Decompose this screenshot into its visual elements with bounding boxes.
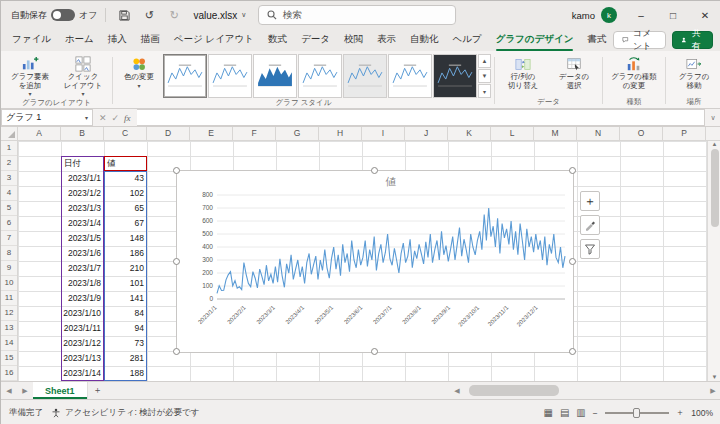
chart-resize-handle[interactable] <box>569 167 576 174</box>
avatar[interactable]: k <box>601 7 617 23</box>
column-header-P[interactable]: P <box>663 127 706 140</box>
row-header-1[interactable]: 1 <box>1 141 17 156</box>
move-chart-button[interactable]: グラフの 移動 <box>669 53 719 90</box>
cell-C11[interactable]: 141 <box>104 291 147 306</box>
chart-style-2[interactable] <box>208 54 252 98</box>
cell-C7[interactable]: 148 <box>104 231 147 246</box>
document-title[interactable]: value.xlsx ∨ <box>189 10 250 21</box>
chart-resize-handle[interactable] <box>173 348 180 355</box>
cell-B2[interactable]: 日付 <box>61 156 104 171</box>
accessibility-status[interactable]: アクセシビリティ: 検討が必要です <box>51 407 199 419</box>
tab-表示[interactable]: 表示 <box>370 29 403 51</box>
cell-C15[interactable]: 281 <box>104 351 147 366</box>
name-box[interactable]: グラフ 1 ▾ <box>1 109 93 126</box>
chart-style-1[interactable] <box>163 54 207 98</box>
gallery-down-button[interactable]: ▼ <box>478 69 491 83</box>
scroll-down-icon[interactable]: ▼ <box>712 374 718 380</box>
close-button[interactable]: ✕ <box>689 1 720 29</box>
cell-B15[interactable]: 2023/1/13 <box>61 351 104 366</box>
row-header-6[interactable]: 6 <box>1 216 17 231</box>
normal-view-button[interactable]: ▦ <box>543 407 552 418</box>
row-header-7[interactable]: 7 <box>1 231 17 246</box>
chart-filters-button[interactable] <box>580 239 600 259</box>
cell-B12[interactable]: 2023/1/10 <box>61 306 104 321</box>
quick-layout-button[interactable]: クイック レイアウト ▾ <box>57 53 109 97</box>
row-header-11[interactable]: 11 <box>1 291 17 306</box>
select-data-button[interactable]: データの 選択 <box>549 53 599 90</box>
cell-C4[interactable]: 102 <box>104 186 147 201</box>
chart-style-7[interactable] <box>433 54 477 98</box>
add-chart-element-button[interactable]: グラフ要素 を追加 ▾ <box>4 53 56 97</box>
prev-sheet-button[interactable]: ◀ <box>1 382 17 399</box>
tab-数式[interactable]: 数式 <box>261 29 294 51</box>
scroll-right-button[interactable]: ▶ <box>705 387 720 395</box>
horizontal-scroll-thumb[interactable] <box>469 385 559 396</box>
row-header-3[interactable]: 3 <box>1 171 17 186</box>
line-chart[interactable]: 値01002003004005006007008002023/1/12023/2… <box>177 171 573 356</box>
user-name[interactable]: kamo <box>572 10 595 21</box>
vertical-scrollbar[interactable]: ▲ ▼ <box>707 141 720 381</box>
chart-resize-handle[interactable] <box>569 258 576 265</box>
cell-B4[interactable]: 2023/1/2 <box>61 186 104 201</box>
tab-自動化[interactable]: 自動化 <box>403 29 446 51</box>
tab-グラフのデザイン[interactable]: グラフのデザイン <box>489 29 581 51</box>
redo-button[interactable]: ↻ <box>164 4 184 26</box>
chart-resize-handle[interactable] <box>173 258 180 265</box>
zoom-slider-thumb[interactable] <box>633 408 640 418</box>
chart-style-4[interactable] <box>298 54 342 98</box>
enter-icon[interactable]: ✓ <box>112 113 120 123</box>
tab-書式[interactable]: 書式 <box>580 29 613 51</box>
cell-C16[interactable]: 188 <box>104 366 147 381</box>
column-header-J[interactable]: J <box>405 127 448 140</box>
column-header-A[interactable]: A <box>18 127 61 140</box>
zoom-level[interactable]: 100% <box>691 408 713 418</box>
cell-B13[interactable]: 2023/1/11 <box>61 321 104 336</box>
column-header-O[interactable]: O <box>620 127 663 140</box>
row-header-14[interactable]: 14 <box>1 336 17 351</box>
cell-C14[interactable]: 73 <box>104 336 147 351</box>
chart-resize-handle[interactable] <box>371 348 378 355</box>
tab-挿入[interactable]: 挿入 <box>101 29 134 51</box>
cell-B16[interactable]: 2023/1/14 <box>61 366 104 381</box>
gallery-more-button[interactable]: ▾ <box>478 84 491 98</box>
column-header-K[interactable]: K <box>448 127 491 140</box>
chart-style-3[interactable] <box>253 54 297 98</box>
tab-データ[interactable]: データ <box>294 29 337 51</box>
column-header-I[interactable]: I <box>362 127 405 140</box>
cell-B8[interactable]: 2023/1/6 <box>61 246 104 261</box>
column-header-H[interactable]: H <box>319 127 362 140</box>
cell-C8[interactable]: 186 <box>104 246 147 261</box>
page-break-view-button[interactable]: ▥ <box>576 407 585 418</box>
cell-B3[interactable]: 2023/1/1 <box>61 171 104 186</box>
cell-C3[interactable]: 43 <box>104 171 147 186</box>
row-header-9[interactable]: 9 <box>1 261 17 276</box>
chart-resize-handle[interactable] <box>371 167 378 174</box>
column-header-E[interactable]: E <box>190 127 233 140</box>
tab-校閲[interactable]: 校閲 <box>337 29 370 51</box>
comments-button[interactable]: コメント <box>613 31 666 49</box>
cell-C10[interactable]: 101 <box>104 276 147 291</box>
cell-C9[interactable]: 210 <box>104 261 147 276</box>
cell-B11[interactable]: 2023/1/9 <box>61 291 104 306</box>
page-layout-view-button[interactable]: ▤ <box>560 407 569 418</box>
cell-C13[interactable]: 94 <box>104 321 147 336</box>
column-header-C[interactable]: C <box>104 127 147 140</box>
tab-描画[interactable]: 描画 <box>134 29 167 51</box>
zoom-out-button[interactable]: − <box>593 408 598 418</box>
column-header-N[interactable]: N <box>577 127 620 140</box>
cell-B5[interactable]: 2023/1/3 <box>61 201 104 216</box>
spreadsheet-grid[interactable]: 日付値2023/1/1432023/1/21022023/1/3652023/1… <box>18 141 707 381</box>
chart-styles-button[interactable] <box>580 215 600 235</box>
tab-ホーム[interactable]: ホーム <box>58 29 101 51</box>
row-header-13[interactable]: 13 <box>1 321 17 336</box>
horizontal-scrollbar[interactable]: ◀ ▶ <box>449 382 720 399</box>
row-header-4[interactable]: 4 <box>1 186 17 201</box>
tab-ファイル[interactable]: ファイル <box>5 29 58 51</box>
zoom-in-button[interactable]: ＋ <box>676 407 685 419</box>
cell-C5[interactable]: 65 <box>104 201 147 216</box>
select-all-corner[interactable] <box>1 127 18 140</box>
new-sheet-button[interactable]: ＋ <box>88 382 108 399</box>
cancel-icon[interactable]: ✕ <box>99 113 107 123</box>
horizontal-scroll-track[interactable] <box>465 382 705 399</box>
search-box[interactable]: 検索 <box>258 5 456 25</box>
